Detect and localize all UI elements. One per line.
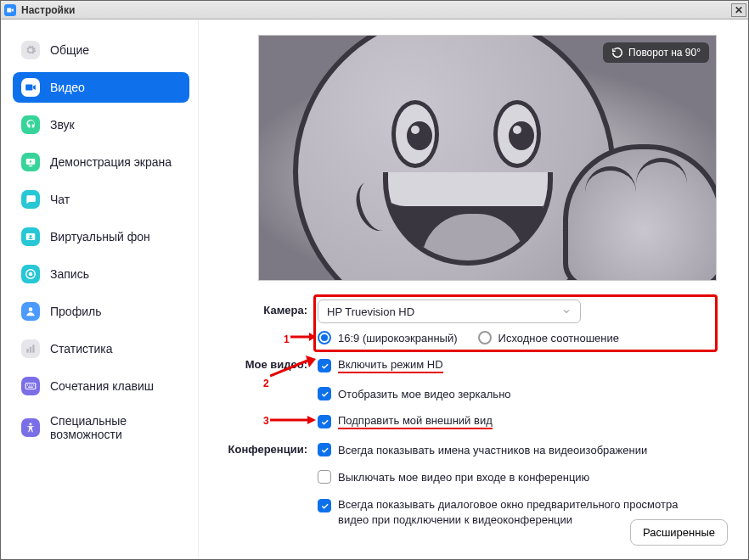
show-names-checkbox[interactable]: Всегда показывать имена участников на ви… — [318, 439, 721, 461]
video-preview: Поворот на 90° — [258, 35, 717, 281]
mirror-video-label: Отобразить мое видео зеркально — [338, 388, 511, 400]
sidebar-item-label: Звук — [50, 118, 75, 132]
checkbox-icon — [318, 415, 331, 428]
touch-up-label: Подправить мой внешний вид — [338, 414, 493, 429]
share-icon — [21, 153, 40, 171]
window-titlebar: Настройки ✕ — [1, 1, 748, 20]
rotate-label: Поворот на 90° — [628, 47, 701, 59]
aspect-original-radio[interactable]: Исходное соотношение — [478, 327, 620, 349]
show-names-label: Всегда показывать имена участников на ви… — [338, 444, 647, 456]
sidebar-item-label: Видео — [50, 81, 85, 94]
sidebar-item-chat[interactable]: Чат — [13, 184, 189, 215]
aspect-16-9-radio[interactable]: 16:9 (широкоэкранный) — [318, 327, 458, 349]
mute-video-on-join-checkbox[interactable]: Выключать мое видео при входе в конферен… — [318, 466, 721, 488]
audio-icon — [21, 115, 40, 134]
sidebar-item-label: Чат — [50, 193, 70, 206]
sidebar-item-label: Общие — [50, 43, 89, 57]
radio-icon — [318, 331, 331, 344]
my-video-label: Мое видео: — [0, 354, 318, 378]
svg-rect-1 — [29, 165, 33, 166]
sidebar-item-audio[interactable]: Звук — [13, 109, 189, 140]
aspect-orig-label: Исходное соотношение — [498, 332, 620, 344]
sidebar-item-label: Демонстрация экрана — [50, 155, 172, 169]
sidebar-item-gear[interactable]: Общие — [13, 35, 189, 65]
camera-label: Камера: — [0, 300, 318, 349]
enable-hd-checkbox[interactable]: Включить режим HD — [318, 354, 721, 378]
checkbox-icon — [318, 499, 331, 512]
mute-video-on-join-label: Выключать мое видео при входе в конферен… — [338, 471, 589, 484]
rotate-90-button[interactable]: Поворот на 90° — [603, 42, 709, 63]
vbg-icon — [21, 227, 40, 246]
rotate-icon — [611, 47, 623, 59]
record-icon — [21, 265, 40, 283]
gear-icon — [21, 41, 40, 59]
svg-point-3 — [30, 235, 32, 238]
touch-up-checkbox[interactable]: Подправить мой внешний вид — [318, 410, 721, 434]
checkbox-icon — [318, 359, 331, 372]
window-title: Настройки — [21, 4, 731, 16]
checkbox-icon — [318, 443, 331, 456]
chat-icon — [21, 190, 40, 209]
sidebar-item-share[interactable]: Демонстрация экрана — [13, 147, 189, 177]
sidebar-item-label: Запись — [50, 267, 89, 281]
meetings-label: Конференции: — [0, 439, 318, 461]
radio-icon — [478, 331, 492, 344]
mirror-video-checkbox[interactable]: Отобразить мое видео зеркально — [318, 383, 721, 405]
app-icon — [4, 4, 16, 16]
settings-main-panel: Поворот на 90° Камера: HP Truevision HD … — [199, 20, 748, 559]
enable-hd-label: Включить режим HD — [338, 358, 443, 373]
window-close-button[interactable]: ✕ — [731, 3, 746, 17]
video-icon — [21, 78, 40, 97]
svg-point-5 — [29, 272, 33, 277]
sidebar-item-vbg[interactable]: Виртуальный фон — [13, 221, 189, 252]
camera-select[interactable]: HP Truevision HD — [318, 300, 581, 323]
sidebar-item-record[interactable]: Запись — [13, 259, 189, 289]
sidebar-item-label: Виртуальный фон — [50, 230, 150, 244]
checkbox-icon — [318, 387, 331, 400]
chevron-down-icon — [561, 306, 572, 316]
checkbox-icon — [318, 470, 331, 484]
sidebar-item-video[interactable]: Видео — [13, 72, 189, 103]
svg-rect-7 — [26, 349, 28, 353]
advanced-button[interactable]: Расширенные — [630, 519, 728, 546]
aspect-wide-label: 16:9 (широкоэкранный) — [338, 332, 458, 344]
camera-selected-value: HP Truevision HD — [327, 305, 414, 318]
